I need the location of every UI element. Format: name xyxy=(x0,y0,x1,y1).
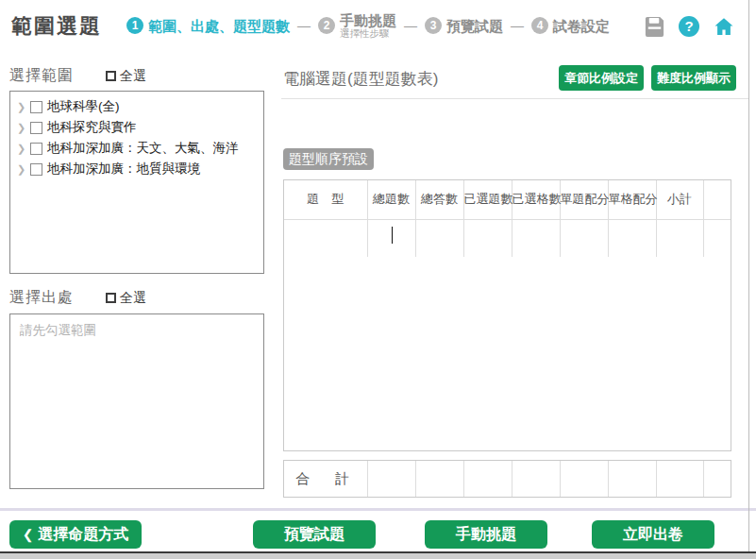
cell-points-per-cell[interactable] xyxy=(608,219,656,257)
step-separator: — xyxy=(404,18,417,33)
col-subtotal: 小計 xyxy=(656,180,703,219)
source-panel-title: 選擇出處 xyxy=(9,288,74,308)
range-tree: ❯ 地球科學(全) ❯ 地科探究與實作 ❯ 地科加深加廣：天文、大氣、海洋 ❯ … xyxy=(9,91,264,274)
total-label: 合 計 xyxy=(284,461,367,497)
manual-pick-button[interactable]: 手動挑題 xyxy=(425,520,547,549)
table-header-row: 題 型 總題數 總答數 已選題數 已選格數 單題配分 單格配分 小計 xyxy=(284,180,731,219)
background-strip xyxy=(0,553,756,559)
back-to-method-button[interactable]: ❮ 選擇命題方式 xyxy=(9,520,142,549)
generate-paper-button[interactable]: 立即出卷 xyxy=(592,520,714,549)
step-3-preview[interactable]: 3 預覽試題 xyxy=(425,17,503,34)
total-points-per-cell xyxy=(608,461,656,497)
title-divider xyxy=(281,98,748,99)
range-tree-item[interactable]: ❯ 地科探究與實作 xyxy=(10,117,263,138)
text-cursor xyxy=(392,227,394,244)
total-subtotal xyxy=(656,461,703,497)
save-icon[interactable] xyxy=(643,15,665,38)
step-4-number: 4 xyxy=(531,17,548,34)
range-tree-item[interactable]: ❯ 地球科學(全) xyxy=(10,96,263,117)
range-select-all[interactable]: 全選 xyxy=(106,68,146,85)
col-points-per-cell: 單格配分 xyxy=(608,180,656,219)
col-total-questions: 總題數 xyxy=(367,180,415,219)
cell-question-type[interactable] xyxy=(284,219,367,257)
total-extra xyxy=(703,461,731,497)
total-selected-cells xyxy=(512,461,560,497)
step-4-paper-settings[interactable]: 4 試卷設定 xyxy=(531,17,610,34)
range-select-all-checkbox[interactable] xyxy=(106,71,116,81)
step-3-number: 3 xyxy=(425,17,442,34)
step-separator: — xyxy=(511,18,524,33)
help-icon[interactable]: ? xyxy=(678,15,700,38)
col-total-answers: 總答數 xyxy=(415,180,463,219)
cell-total-questions-input[interactable] xyxy=(367,219,415,257)
chevron-right-icon[interactable]: ❯ xyxy=(17,122,30,134)
total-points-per-question xyxy=(560,461,608,497)
difficulty-ratio-button[interactable]: 難度比例顯示 xyxy=(651,65,736,91)
cell-total-answers[interactable] xyxy=(415,219,463,257)
page-title: 範圍選題 xyxy=(11,12,102,41)
chevron-right-icon[interactable]: ❯ xyxy=(17,143,30,155)
range-tree-item[interactable]: ❯ 地科加深加廣：天文、大氣、海洋 xyxy=(10,138,263,159)
col-extra xyxy=(703,180,731,219)
table-row xyxy=(284,219,731,257)
total-selected-questions xyxy=(463,461,512,497)
source-select-all-checkbox[interactable] xyxy=(106,293,116,303)
col-question-type: 題 型 xyxy=(284,180,367,219)
chevron-right-icon[interactable]: ❯ xyxy=(17,163,30,176)
cell-extra[interactable] xyxy=(703,219,731,257)
total-total-questions xyxy=(367,461,415,497)
range-item-checkbox[interactable] xyxy=(30,163,42,176)
source-list: 請先勾選範圍 xyxy=(9,313,264,489)
source-list-placeholder: 請先勾選範圍 xyxy=(10,314,263,339)
step-2-manual-pick[interactable]: 2 手動挑題 選擇性步驟 xyxy=(318,13,396,39)
col-selected-questions: 已選題數 xyxy=(463,180,512,219)
step-1-range[interactable]: 1 範圍、出處、題型題數 xyxy=(126,17,290,34)
step-separator: — xyxy=(297,18,311,33)
source-select-all[interactable]: 全選 xyxy=(106,290,146,307)
chevron-left-icon: ❮ xyxy=(23,527,34,542)
range-item-checkbox[interactable] xyxy=(30,143,42,155)
step-4-label: 試卷設定 xyxy=(553,19,610,34)
cell-selected-questions[interactable] xyxy=(463,219,512,257)
col-points-per-question: 單題配分 xyxy=(560,180,608,219)
step-1-number: 1 xyxy=(126,17,143,34)
step-2-sublabel: 選擇性步驟 xyxy=(340,28,396,39)
range-item-checkbox[interactable] xyxy=(30,101,42,113)
question-type-table: 題 型 總題數 總答數 已選題數 已選格數 單題配分 單格配分 小計 xyxy=(283,179,731,451)
page-right-border xyxy=(748,0,749,551)
total-row: 合 計 xyxy=(283,460,731,498)
header-icons: ? xyxy=(643,15,735,38)
chapter-ratio-button[interactable]: 章節比例設定 xyxy=(559,65,644,91)
step-3-label: 預覽試題 xyxy=(446,19,503,34)
chevron-right-icon[interactable]: ❯ xyxy=(17,101,30,113)
exam-builder-page: 範圍選題 1 範圍、出處、題型題數 — 2 手動挑題 選擇性步驟 — 3 預 xyxy=(0,0,756,559)
footer-divider xyxy=(0,508,756,511)
step-1-label: 範圍、出處、題型題數 xyxy=(148,19,290,34)
range-tree-item[interactable]: ❯ 地科加深加廣：地質與環境 xyxy=(10,159,263,179)
step-2-number: 2 xyxy=(318,17,335,34)
question-order-tag[interactable]: 題型順序預設 xyxy=(283,148,374,170)
home-icon[interactable] xyxy=(713,15,735,38)
computer-selection-title: 電腦選題(題型題數表) xyxy=(283,68,438,90)
preview-questions-button[interactable]: 預覽試題 xyxy=(253,520,376,549)
range-panel-header: 選擇範圍 全選 xyxy=(9,66,146,86)
cell-points-per-question[interactable] xyxy=(560,219,608,257)
range-item-checkbox[interactable] xyxy=(30,122,42,134)
col-selected-cells: 已選格數 xyxy=(512,180,560,219)
stepper: 1 範圍、出處、題型題數 — 2 手動挑題 選擇性步驟 — 3 預覽試題 xyxy=(126,13,610,39)
source-panel-header: 選擇出處 全選 xyxy=(9,288,146,308)
header: 範圍選題 1 範圍、出處、題型題數 — 2 手動挑題 選擇性步驟 — 3 預 xyxy=(0,0,748,52)
cell-selected-cells[interactable] xyxy=(512,219,560,257)
cell-subtotal[interactable] xyxy=(656,219,703,257)
total-total-answers xyxy=(415,461,463,497)
range-panel-title: 選擇範圍 xyxy=(9,66,74,86)
step-2-label: 手動挑題 xyxy=(340,13,396,28)
